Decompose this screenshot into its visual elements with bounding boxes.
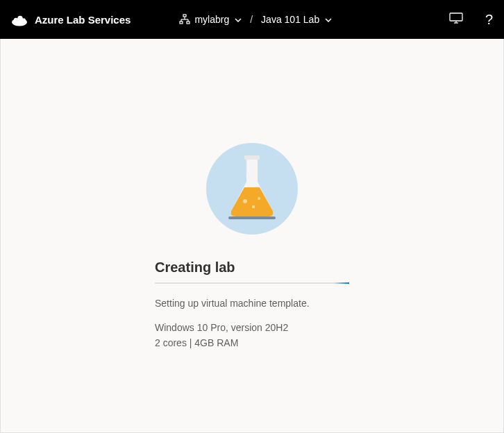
svg-rect-4	[183, 15, 186, 17]
chevron-down-icon	[325, 15, 332, 24]
status-title: Creating lab	[155, 260, 349, 275]
svg-point-18	[258, 197, 260, 200]
status-panel: Creating lab Setting up virtual machine …	[155, 260, 349, 351]
svg-point-16	[243, 199, 247, 203]
breadcrumb-rg-label: mylabrg	[194, 14, 229, 25]
org-icon	[179, 14, 190, 25]
svg-rect-15	[244, 155, 260, 160]
progress-bar	[155, 282, 349, 284]
svg-rect-5	[180, 22, 183, 24]
help-icon[interactable]: ?	[485, 12, 493, 28]
svg-rect-6	[187, 22, 190, 24]
breadcrumb-lab[interactable]: Java 101 Lab	[261, 14, 332, 25]
top-header: Azure Lab Services mylabrg / Ja	[0, 0, 504, 39]
azure-lab-logo-icon	[11, 11, 28, 28]
flask-illustration	[206, 143, 298, 235]
svg-rect-11	[450, 13, 462, 21]
virtual-machines-icon[interactable]	[449, 12, 463, 27]
progress-fill	[334, 282, 349, 284]
main-content: Creating lab Setting up virtual machine …	[0, 39, 504, 433]
vm-os: Windows 10 Pro, version 20H2	[155, 320, 349, 335]
header-actions: ?	[449, 12, 493, 28]
svg-rect-19	[228, 216, 276, 219]
breadcrumb-separator: /	[250, 14, 253, 25]
svg-point-17	[252, 205, 255, 208]
vm-specs: 2 cores | 4GB RAM	[155, 335, 349, 350]
chevron-down-icon	[235, 15, 242, 24]
status-message: Setting up virtual machine template.	[155, 298, 349, 309]
breadcrumb-lab-label: Java 101 Lab	[261, 14, 319, 25]
svg-point-3	[22, 18, 26, 22]
service-name: Azure Lab Services	[35, 14, 131, 26]
svg-rect-14	[246, 158, 258, 176]
logo-section[interactable]: Azure Lab Services	[11, 11, 131, 28]
breadcrumb: mylabrg / Java 101 Lab	[179, 14, 332, 25]
breadcrumb-resource-group[interactable]: mylabrg	[179, 14, 242, 25]
